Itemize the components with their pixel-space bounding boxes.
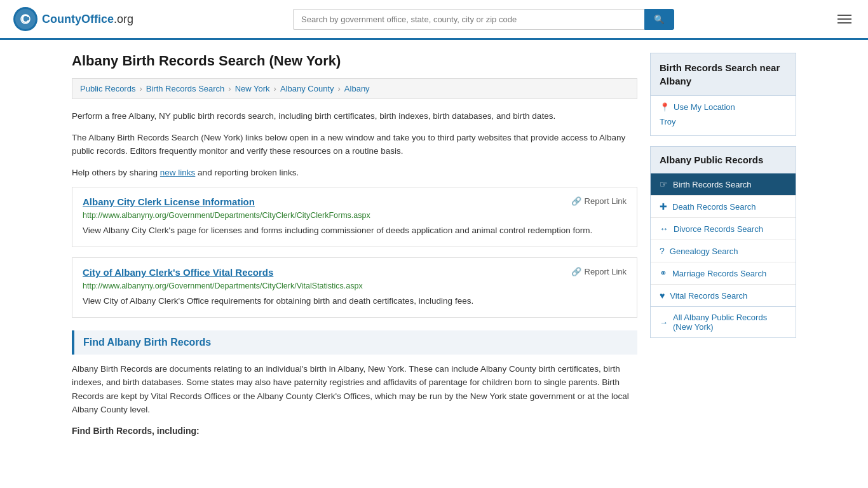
- breadcrumb-albany[interactable]: Albany: [344, 84, 370, 93]
- hand-icon: ☞: [660, 179, 668, 189]
- sidebar-item-vital-records-search[interactable]: ♥ Vital Records Search: [651, 285, 796, 306]
- search-input[interactable]: [293, 9, 644, 30]
- report-link-button-1[interactable]: 🔗 Report Link: [571, 196, 627, 206]
- report-link-icon-2: 🔗: [571, 267, 581, 276]
- sidebar-item-genealogy-search[interactable]: ? Genealogy Search: [651, 240, 796, 262]
- sidebar-item-death-records-search[interactable]: ✚ Death Records Search: [651, 196, 796, 218]
- sidebar-all-records-link[interactable]: → All Albany Public Records (New York): [650, 307, 796, 338]
- heart-icon: ♥: [660, 290, 665, 301]
- use-my-location-link[interactable]: 📍 Use My Location: [660, 102, 787, 112]
- sidebar-near-content: 📍 Use My Location Troy: [650, 96, 796, 136]
- report-link-icon-1: 🔗: [571, 196, 581, 206]
- desc-para-3-suffix: and reporting broken links.: [195, 168, 299, 177]
- sidebar-item-birth-records-search[interactable]: ☞ Birth Records Search: [651, 173, 796, 196]
- breadcrumb-sep-3: ›: [274, 84, 276, 93]
- record-card-1-desc: View Albany City Clerk's page for licens…: [83, 224, 627, 238]
- cross-icon: ✚: [660, 201, 667, 212]
- sidebar-near-title: Birth Records Search near Albany: [650, 53, 796, 96]
- record-card-1: Albany City Clerk License Information 🔗 …: [72, 187, 637, 247]
- logo-icon: C: [13, 6, 38, 32]
- sidebar-genealogy-label: Genealogy Search: [670, 247, 738, 256]
- sidebar-records-title: Albany Public Records: [650, 146, 796, 173]
- report-link-button-2[interactable]: 🔗 Report Link: [571, 267, 627, 276]
- all-records-label: All Albany Public Records (New York): [673, 313, 787, 332]
- main-container: Albany Birth Records Search (New York) P…: [59, 40, 809, 451]
- record-card-2-url: http://www.albanyny.org/Government/Depar…: [83, 281, 627, 290]
- menu-button[interactable]: [834, 11, 855, 27]
- find-section-heading: Find Albany Birth Records: [72, 330, 637, 355]
- desc-para-3: Help others by sharing new links and rep…: [72, 166, 637, 180]
- breadcrumb-sep-4: ›: [338, 84, 341, 93]
- find-section-subheading: Find Birth Records, including:: [72, 426, 637, 436]
- sidebar-death-label: Death Records Search: [672, 202, 756, 212]
- arrows-icon: ↔: [660, 224, 668, 234]
- desc-para-1: Perform a free Albany, NY public birth r…: [72, 109, 637, 123]
- question-icon: ?: [660, 246, 665, 256]
- logo-area: C CountyOffice.org: [13, 6, 133, 32]
- record-card-1-title[interactable]: Albany City Clerk License Information: [83, 196, 255, 207]
- sidebar-divorce-label: Divorce Records Search: [674, 224, 763, 234]
- breadcrumb-public-records[interactable]: Public Records: [80, 84, 135, 93]
- hamburger-icon: [837, 15, 851, 24]
- breadcrumb-new-york[interactable]: New York: [235, 84, 270, 93]
- sidebar-marriage-label: Marriage Records Search: [672, 269, 766, 278]
- sidebar: Birth Records Search near Albany 📍 Use M…: [650, 53, 796, 438]
- search-button[interactable]: 🔍: [644, 9, 674, 30]
- sidebar-city-troy[interactable]: Troy: [660, 117, 787, 126]
- record-card-2-desc: View City of Albany Clerk's Office requi…: [83, 294, 627, 308]
- find-section-para: Albany Birth Records are documents relat…: [72, 362, 637, 417]
- record-card-1-url: http://www.albanyny.org/Government/Depar…: [83, 211, 627, 220]
- record-card-2-title[interactable]: City of Albany Clerk's Office Vital Reco…: [83, 267, 273, 278]
- desc-para-2: The Albany Birth Records Search (New Yor…: [72, 131, 637, 158]
- breadcrumb-birth-records-search[interactable]: Birth Records Search: [146, 84, 225, 93]
- desc-para-3-prefix: Help others by sharing: [72, 168, 160, 177]
- record-card-2: City of Albany Clerk's Office Vital Reco…: [72, 257, 637, 318]
- logo-text: CountyOffice.org: [42, 13, 133, 26]
- breadcrumb-sep-1: ›: [139, 84, 142, 93]
- search-area: 🔍: [293, 9, 674, 30]
- marriage-icon: ⚭: [660, 268, 667, 278]
- breadcrumb-sep-2: ›: [228, 84, 231, 93]
- record-cards: Albany City Clerk License Information 🔗 …: [72, 187, 637, 317]
- arrow-icon: →: [660, 318, 668, 327]
- sidebar-records-list: ☞ Birth Records Search ✚ Death Records S…: [650, 173, 796, 307]
- breadcrumb: Public Records › Birth Records Search › …: [72, 78, 637, 99]
- new-links-link[interactable]: new links: [160, 168, 196, 177]
- report-link-label-2: Report Link: [585, 267, 627, 276]
- sidebar-item-divorce-records-search[interactable]: ↔ Divorce Records Search: [651, 218, 796, 240]
- location-pin-icon: 📍: [660, 102, 670, 112]
- content: Albany Birth Records Search (New York) P…: [72, 53, 637, 438]
- report-link-label-1: Report Link: [585, 196, 627, 206]
- use-location-label: Use My Location: [674, 102, 735, 112]
- breadcrumb-albany-county[interactable]: Albany County: [280, 84, 334, 93]
- header: C CountyOffice.org 🔍: [0, 0, 868, 40]
- page-title: Albany Birth Records Search (New York): [72, 53, 637, 69]
- sidebar-item-marriage-records-search[interactable]: ⚭ Marriage Records Search: [651, 262, 796, 285]
- sidebar-birth-label: Birth Records Search: [673, 180, 752, 189]
- search-icon: 🔍: [654, 15, 665, 24]
- sidebar-vital-label: Vital Records Search: [670, 291, 747, 301]
